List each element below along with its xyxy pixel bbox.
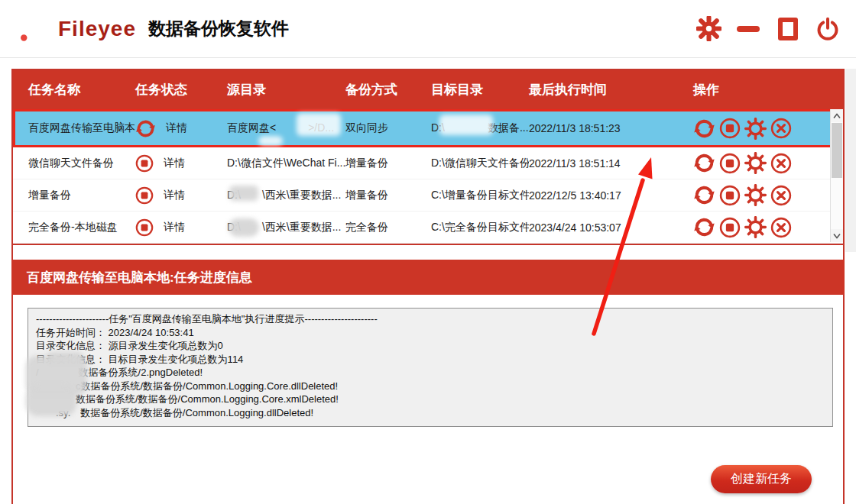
log-line: / 数据备份系统/2.pngDeleted!: [36, 366, 825, 380]
desktop-strip: [845, 69, 856, 252]
detail-link[interactable]: 详情: [164, 157, 185, 170]
table-row-wechat-backup[interactable]: 微信聊天文件备份 详情 D:\微信文件\WeChat Fi... 增量备份 D:…: [13, 147, 843, 179]
delete-task-button[interactable]: [770, 118, 792, 139]
log-line: .sy. 数据备份系统/数据备份/Common.Logging.dllDelet…: [36, 406, 825, 420]
stop-button[interactable]: [719, 217, 741, 238]
table-header-row: 任务名称 任务状态 源目录 备份方式 目标目录 最后执行时间 操作: [13, 70, 843, 109]
source-dir: D:\ \西米\重要数据...: [227, 221, 345, 234]
target-dir: C:\增量备份目标文件夹: [431, 189, 529, 202]
scroll-up-button[interactable]: [831, 109, 843, 122]
table-scrollbar[interactable]: [830, 109, 843, 242]
target-dir: C:\完全备份目标文件夹: [431, 221, 529, 234]
delete-task-button[interactable]: [770, 153, 792, 174]
task-settings-button[interactable]: [744, 118, 767, 140]
create-new-task-button[interactable]: 创建新任务: [711, 465, 812, 493]
task-settings-button[interactable]: [744, 216, 767, 238]
scrollbar-thumb[interactable]: [832, 123, 842, 178]
table-row-full-backup[interactable]: 完全备份-本地磁盘 详情 D:\ \西米\重要数据... 完全备份 C:\完全备…: [13, 212, 843, 244]
task-table: 任务名称 任务状态 源目录 备份方式 目标目录 最后执行时间 操作 百度网盘传输…: [11, 69, 845, 245]
stop-button[interactable]: [719, 118, 741, 139]
progress-section-header: 百度网盘传输至电脑本地:任务进度信息: [11, 260, 845, 295]
log-line: 任务开始时间： 2023/4/24 10:53:41: [36, 326, 825, 340]
run-sync-button[interactable]: [693, 152, 715, 174]
stop-status-icon: [135, 154, 154, 173]
app-title: 数据备份恢复软件: [148, 17, 289, 40]
log-line: ----------------------任务"百度网盘传输至电脑本地"执行进…: [36, 312, 825, 326]
task-name: 百度网盘传输至电脑本地: [28, 121, 135, 135]
sync-icon: [135, 118, 156, 139]
column-header-target-dir: 目标目录: [431, 81, 529, 99]
last-run-time: 2022/11/3 18:51:23: [529, 122, 693, 134]
titlebar: M Fileyee 数据备份恢复软件: [0, 0, 856, 58]
power-icon: [815, 17, 840, 41]
target-dir: D:\微信聊天文件备份: [431, 157, 529, 170]
detail-link[interactable]: 详情: [166, 121, 187, 135]
stop-status-icon: [135, 186, 154, 205]
log-line: 数据备份系统/数据备份/Common.Logging.Core.xmlDelet…: [36, 393, 825, 406]
run-sync-button[interactable]: [693, 118, 715, 140]
run-sync-button[interactable]: [693, 216, 715, 238]
progress-section-title: 百度网盘传输至电脑本地:任务进度信息: [27, 269, 252, 286]
task-settings-button[interactable]: [744, 152, 767, 174]
column-header-task-status: 任务状态: [135, 81, 227, 99]
log-line: c数据备份系统/数据备份/Common.Logging.Core.dllDele…: [36, 380, 825, 393]
source-dir: D:\微信文件\WeChat Fi...: [227, 157, 345, 170]
gear-icon: [696, 16, 721, 41]
column-header-backup-mode: 备份方式: [345, 81, 431, 99]
source-dir: D:\ \西米\重要数据...: [227, 189, 345, 202]
chevron-up-icon: [832, 113, 841, 119]
task-name: 完全备份-本地磁盘: [28, 221, 135, 234]
chevron-down-icon: [832, 233, 841, 239]
backup-mode: 完全备份: [345, 221, 431, 234]
detail-link[interactable]: 详情: [164, 189, 185, 202]
column-header-task-name: 任务名称: [28, 81, 135, 99]
task-name: 增量备份: [28, 189, 135, 202]
last-run-time: 2022/12/5 13:40:17: [529, 189, 693, 202]
log-line: 目录变化信息： 源目录发生变化项总数为0: [36, 339, 825, 353]
minimize-icon: [737, 26, 760, 32]
table-row-incremental-backup[interactable]: 增量备份 详情 D:\ \西米\重要数据... 增量备份 C:\增量备份目标文件…: [13, 179, 843, 212]
table-body: 百度网盘传输至电脑本地 详情 百度网盘< >/D... 双向同步 D:\ 数据备…: [13, 109, 843, 242]
maximize-button[interactable]: [773, 15, 802, 44]
scroll-down-button[interactable]: [831, 229, 843, 242]
power-button[interactable]: [813, 15, 842, 44]
task-name: 微信聊天文件备份: [28, 157, 135, 170]
delete-task-button[interactable]: [770, 185, 792, 206]
minimize-button[interactable]: [734, 15, 763, 44]
stop-button[interactable]: [719, 185, 741, 206]
last-run-time: 2023/4/24 10:53:07: [529, 221, 693, 234]
backup-mode: 增量备份: [345, 189, 431, 202]
detail-link[interactable]: 详情: [164, 221, 185, 234]
log-line: 目录变化信息： 目标目录发生变化项总数为114: [36, 353, 825, 367]
task-progress-log[interactable]: ----------------------任务"百度网盘传输至电脑本地"执行进…: [28, 308, 833, 427]
last-run-time: 2022/11/3 18:51:14: [529, 157, 693, 170]
stop-status-icon: [135, 218, 154, 237]
table-row-baidu-netdisk[interactable]: 百度网盘传输至电脑本地 详情 百度网盘< >/D... 双向同步 D:\ 数据备…: [13, 109, 843, 147]
settings-button[interactable]: [694, 15, 723, 44]
column-header-source-dir: 源目录: [227, 81, 345, 99]
column-header-last-run-time: 最后执行时间: [529, 81, 693, 99]
delete-task-button[interactable]: [770, 217, 792, 238]
fileyee-logo-icon: M: [20, 13, 52, 45]
run-sync-button[interactable]: [693, 184, 715, 206]
backup-mode: 双向同步: [345, 121, 431, 135]
source-dir: 百度网盘< >/D...: [227, 121, 345, 135]
column-header-operations: 操作: [693, 81, 843, 99]
brand-name: Fileyee: [58, 17, 136, 41]
maximize-icon: [778, 18, 798, 40]
task-settings-button[interactable]: [744, 184, 767, 206]
stop-button[interactable]: [719, 153, 741, 174]
target-dir: D:\ 数据备...: [431, 121, 529, 135]
backup-mode: 增量备份: [345, 157, 431, 170]
